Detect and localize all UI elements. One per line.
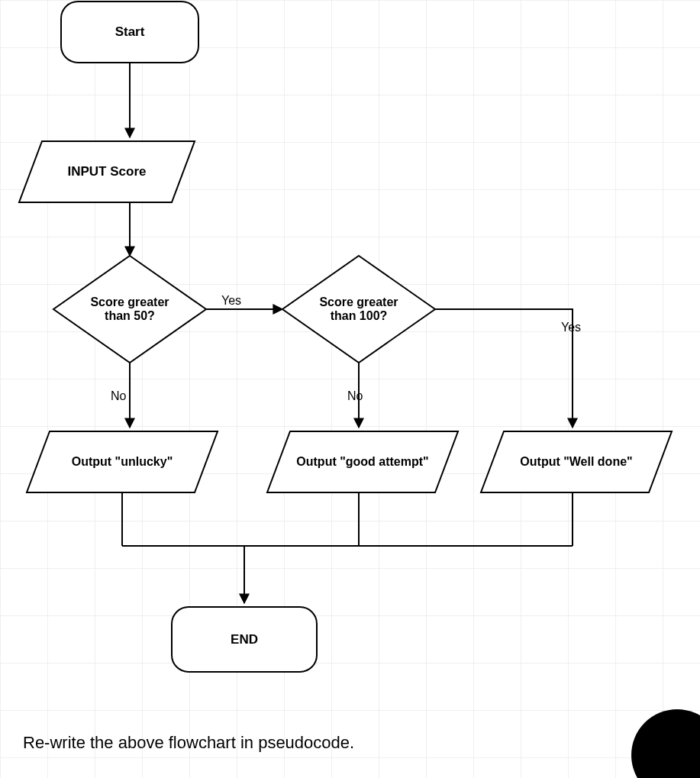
flowchart-canvas: Start INPUT Score Score greaterthan 50? … <box>0 0 700 778</box>
node-end <box>172 607 317 672</box>
edge-d2-o3 <box>435 309 573 428</box>
node-d2 <box>282 256 435 363</box>
node-d1 <box>53 256 206 363</box>
node-o2 <box>267 431 458 492</box>
flowchart-svg <box>0 0 700 778</box>
node-input <box>19 141 195 202</box>
node-o1 <box>27 431 218 492</box>
question-text: Re-write the above flowchart in pseudoco… <box>23 733 354 753</box>
node-o3 <box>481 431 672 492</box>
node-start <box>61 2 198 63</box>
